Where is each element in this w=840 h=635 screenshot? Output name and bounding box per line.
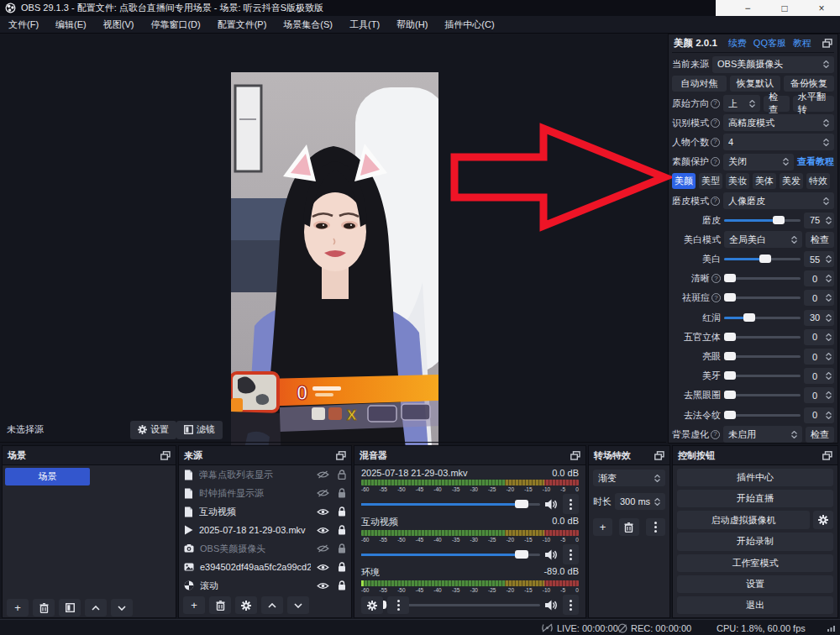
autofocus-button[interactable]: 自动对焦 bbox=[672, 76, 727, 92]
tab-effects[interactable]: 特效 bbox=[806, 173, 830, 189]
bright-eyes-slider[interactable] bbox=[724, 349, 801, 365]
transition-menu-button[interactable] bbox=[646, 518, 665, 536]
eye-slash-icon[interactable] bbox=[317, 470, 329, 479]
bg-blur-check-button[interactable]: 检查 bbox=[806, 427, 834, 443]
lock-icon[interactable] bbox=[338, 580, 346, 590]
white-check-button[interactable]: 检查 bbox=[806, 232, 834, 248]
smooth-slider[interactable] bbox=[724, 213, 801, 228]
speaker-icon[interactable] bbox=[545, 549, 558, 560]
add-scene-button[interactable]: + bbox=[7, 599, 29, 617]
slider-value-spinner[interactable]: 75 bbox=[804, 213, 834, 228]
menu-view[interactable]: 视图(V) bbox=[95, 16, 143, 34]
person-count-spinner[interactable]: 4 bbox=[723, 134, 834, 150]
start-streaming-button[interactable]: 开始直播 bbox=[677, 490, 833, 507]
volume-slider[interactable] bbox=[361, 547, 540, 562]
spinner-arrows-icon[interactable] bbox=[654, 498, 660, 506]
popout-icon[interactable] bbox=[160, 451, 171, 460]
add-transition-button[interactable]: + bbox=[593, 518, 612, 536]
eye-icon[interactable] bbox=[317, 564, 329, 571]
eye-icon[interactable] bbox=[317, 582, 329, 590]
restore-default-button[interactable]: 恢复默认 bbox=[730, 76, 780, 92]
transition-combo[interactable]: 渐变 bbox=[593, 470, 665, 486]
minimize-button[interactable]: − bbox=[729, 0, 766, 16]
info-icon[interactable]: ? bbox=[711, 197, 720, 206]
menu-help[interactable]: 帮助(H) bbox=[388, 16, 436, 34]
close-button[interactable]: × bbox=[803, 0, 840, 16]
exit-button[interactable]: 退出 bbox=[677, 596, 833, 614]
move-source-down-button[interactable] bbox=[287, 596, 309, 614]
whiten-slider[interactable] bbox=[724, 251, 801, 267]
tab-body[interactable]: 美体 bbox=[753, 173, 776, 189]
virtual-camera-settings-button[interactable] bbox=[813, 511, 833, 529]
popout-icon[interactable] bbox=[336, 451, 346, 460]
lock-icon[interactable] bbox=[338, 562, 346, 572]
backup-restore-button[interactable]: 备份恢复 bbox=[784, 76, 834, 92]
spinner-arrows-icon[interactable] bbox=[826, 255, 832, 263]
lock-open-icon[interactable] bbox=[338, 470, 346, 480]
channel-menu-button[interactable] bbox=[563, 595, 579, 615]
settings-button[interactable]: 设置 bbox=[677, 575, 833, 593]
clarity-slider[interactable] bbox=[724, 270, 801, 286]
spinner-arrows-icon[interactable] bbox=[826, 217, 832, 224]
scene-filters-button[interactable] bbox=[59, 599, 81, 617]
menu-file[interactable]: 文件(F) bbox=[0, 16, 47, 34]
scene-item-selected[interactable]: 场景 bbox=[5, 468, 90, 485]
slider-value-spinner[interactable]: 30 bbox=[804, 310, 834, 326]
popout-icon[interactable] bbox=[822, 451, 832, 460]
eye-icon[interactable] bbox=[317, 527, 329, 534]
volume-slider[interactable] bbox=[361, 496, 540, 512]
slider-value-spinner[interactable]: 0 bbox=[804, 290, 834, 306]
move-scene-down-button[interactable] bbox=[111, 599, 133, 617]
studio-mode-button[interactable]: 工作室模式 bbox=[677, 554, 833, 572]
tab-reshape[interactable]: 美型 bbox=[699, 173, 722, 189]
dark-circles-slider[interactable] bbox=[724, 387, 801, 403]
smooth-mode-combo[interactable]: 人像磨皮 bbox=[723, 192, 834, 209]
slider-value-spinner[interactable]: 0 bbox=[804, 349, 834, 365]
remove-scene-button[interactable] bbox=[33, 599, 55, 617]
video-preview[interactable]: 0 X bbox=[231, 72, 438, 462]
menu-tools[interactable]: 工具(T) bbox=[341, 16, 388, 34]
spinner-arrows-icon[interactable] bbox=[826, 372, 832, 380]
remove-transition-button[interactable] bbox=[619, 518, 638, 536]
info-icon[interactable]: ? bbox=[711, 99, 720, 108]
renew-link[interactable]: 续费 bbox=[728, 37, 747, 50]
start-recording-button[interactable]: 开始录制 bbox=[677, 533, 833, 550]
makeup-protect-combo[interactable]: 关闭 bbox=[723, 154, 794, 171]
move-scene-up-button[interactable] bbox=[85, 599, 107, 617]
slider-value-spinner[interactable]: 0 bbox=[804, 407, 834, 423]
channel-menu-button[interactable] bbox=[563, 544, 579, 564]
channel-menu-button[interactable] bbox=[563, 494, 579, 514]
info-icon[interactable]: ? bbox=[711, 293, 721, 302]
source-filters-button[interactable]: 滤镜 bbox=[176, 421, 223, 439]
info-icon[interactable]: ? bbox=[711, 430, 720, 439]
eye-slash-icon[interactable] bbox=[317, 489, 329, 497]
popout-icon[interactable] bbox=[822, 39, 832, 48]
orientation-combo[interactable]: 上 bbox=[723, 95, 760, 112]
add-source-button[interactable]: + bbox=[183, 596, 205, 614]
spinner-arrows-icon[interactable] bbox=[826, 314, 832, 322]
source-row[interactable]: 2025-07-18 21-29-03.mkv bbox=[179, 521, 351, 539]
plugin-center-button[interactable]: 插件中心 bbox=[677, 469, 833, 486]
lock-icon[interactable] bbox=[338, 543, 346, 554]
spinner-arrows-icon[interactable] bbox=[826, 275, 832, 282]
menu-profile[interactable]: 配置文件(P) bbox=[209, 16, 276, 34]
mixer-menu-button[interactable] bbox=[387, 596, 409, 614]
slider-value-spinner[interactable]: 0 bbox=[804, 329, 834, 345]
detect-mode-combo[interactable]: 高精度模式 bbox=[723, 114, 834, 131]
blemish-slider[interactable] bbox=[724, 290, 801, 306]
tab-makeup[interactable]: 美妆 bbox=[726, 173, 749, 189]
current-source-combo[interactable]: OBS美颜摄像头 bbox=[712, 56, 834, 73]
source-settings-button[interactable]: 设置 bbox=[130, 421, 176, 439]
qq-support-link[interactable]: QQ客服 bbox=[753, 37, 786, 50]
source-row[interactable]: 互动视频 bbox=[179, 502, 351, 521]
view-tutorial-link[interactable]: 查看教程 bbox=[797, 155, 834, 168]
maximize-button[interactable]: □ bbox=[766, 0, 803, 16]
speaker-icon[interactable] bbox=[545, 600, 558, 611]
source-row[interactable]: 弹幕点歌列表显示 bbox=[179, 465, 351, 484]
spinner-arrows-icon[interactable] bbox=[826, 412, 832, 419]
tab-hair[interactable]: 美发 bbox=[780, 173, 803, 189]
source-row[interactable]: 时钟插件显示源 bbox=[179, 484, 351, 502]
info-icon[interactable]: ? bbox=[711, 274, 721, 283]
lock-icon[interactable] bbox=[338, 506, 346, 517]
speaker-icon[interactable] bbox=[545, 499, 558, 510]
